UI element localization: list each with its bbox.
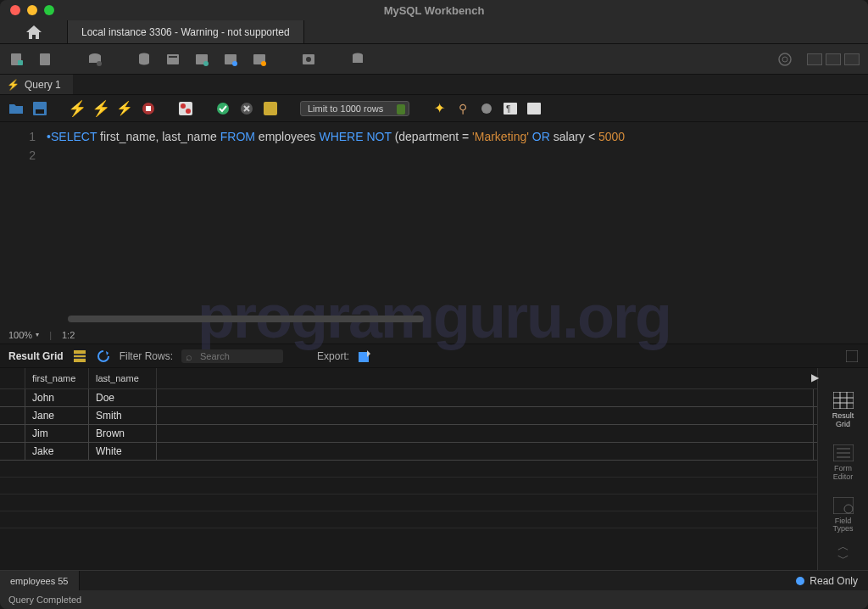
result-grid-view[interactable]: Result Grid bbox=[832, 383, 855, 436]
svg-point-14 bbox=[232, 61, 237, 66]
horizontal-scrollbar[interactable] bbox=[68, 316, 424, 322]
explain-icon[interactable]: ⚡ bbox=[117, 101, 132, 116]
svg-rect-27 bbox=[179, 102, 192, 115]
result-area: first_name last_name John Doe Jane Smith bbox=[0, 368, 868, 570]
commit-icon[interactable] bbox=[215, 101, 231, 116]
server-icon[interactable] bbox=[349, 51, 366, 68]
query-toolbar: ⚡ ⚡ ⚡ Limit to 1000 rows ✦ ⚲ ¶ bbox=[0, 95, 868, 122]
status-text: Query Completed bbox=[8, 595, 81, 605]
save-file-icon[interactable] bbox=[32, 101, 47, 116]
connection-tab-label: Local instance 3306 - Warning - not supp… bbox=[81, 26, 290, 38]
db-icon-3[interactable] bbox=[193, 51, 210, 68]
svg-rect-42 bbox=[833, 392, 854, 409]
svg-rect-2 bbox=[40, 53, 50, 65]
titlebar: MySQL Workbench bbox=[0, 0, 868, 20]
toggle-icon[interactable] bbox=[178, 101, 193, 116]
svg-point-5 bbox=[97, 61, 102, 66]
form-editor-view[interactable]: Form Editor bbox=[832, 436, 855, 489]
zoom-level[interactable]: 100%▾ bbox=[8, 330, 39, 340]
panel-bottom-toggle[interactable] bbox=[826, 53, 841, 65]
execute-icon[interactable]: ⚡ bbox=[70, 101, 85, 116]
field-types-view[interactable]: Field Types bbox=[832, 489, 855, 541]
db-icon-2[interactable] bbox=[164, 51, 181, 68]
beautify-icon[interactable]: ✦ bbox=[431, 101, 447, 116]
result-tab-employees[interactable]: employees 55 bbox=[0, 571, 80, 590]
query-tab-label: Query 1 bbox=[25, 79, 61, 91]
svg-rect-10 bbox=[169, 56, 177, 58]
export-icon[interactable] bbox=[358, 349, 373, 364]
svg-rect-1 bbox=[18, 60, 23, 65]
connection-tab[interactable]: Local instance 3306 - Warning - not supp… bbox=[68, 20, 304, 43]
stop-icon[interactable] bbox=[141, 101, 156, 116]
sql-editor[interactable]: 1 2 SELECT first_name, last_name FROM em… bbox=[0, 122, 868, 326]
table-row[interactable]: John Doe bbox=[0, 389, 817, 407]
svg-point-22 bbox=[782, 57, 787, 62]
column-header-last-name[interactable]: last_name bbox=[89, 368, 157, 388]
svg-point-8 bbox=[139, 60, 149, 64]
svg-rect-26 bbox=[146, 106, 151, 111]
autocommit-icon[interactable] bbox=[263, 101, 278, 116]
code-content: SELECT first_name, last_name FROM employ… bbox=[42, 122, 868, 326]
inspector-icon[interactable] bbox=[86, 51, 103, 68]
table-row[interactable]: Jim Brown bbox=[0, 425, 817, 443]
svg-point-52 bbox=[844, 505, 853, 513]
status-footer: Query Completed bbox=[0, 590, 868, 609]
db-icon-1[interactable] bbox=[136, 51, 153, 68]
home-tab[interactable] bbox=[0, 20, 68, 43]
svg-rect-36 bbox=[527, 103, 541, 115]
db-icon-5[interactable] bbox=[251, 51, 268, 68]
panel-right-toggle[interactable] bbox=[844, 53, 860, 65]
readonly-indicator: Read Only bbox=[786, 571, 868, 590]
svg-rect-32 bbox=[264, 102, 277, 115]
result-grid-label: Result Grid bbox=[8, 350, 64, 362]
grid-view-icon[interactable] bbox=[72, 349, 87, 364]
svg-point-33 bbox=[481, 103, 492, 114]
query-tab-1[interactable]: ⚡ Query 1 bbox=[0, 75, 73, 94]
new-sql-tab-icon[interactable] bbox=[8, 51, 25, 68]
scroll-up-icon[interactable]: ︿ bbox=[837, 540, 849, 552]
table-row[interactable]: Jake White bbox=[0, 443, 817, 461]
result-tabs: employees 55 Read Only bbox=[0, 570, 868, 590]
svg-point-21 bbox=[779, 53, 791, 65]
lightning-icon: ⚡ bbox=[7, 79, 19, 91]
result-grid[interactable]: first_name last_name John Doe Jane Smith bbox=[0, 368, 817, 570]
svg-text:¶: ¶ bbox=[506, 104, 510, 114]
collapse-arrow-icon[interactable]: ▶ bbox=[811, 372, 819, 383]
connection-tabbar: Local instance 3306 - Warning - not supp… bbox=[0, 20, 868, 44]
open-file-icon[interactable] bbox=[8, 101, 24, 116]
svg-rect-39 bbox=[74, 357, 86, 359]
execute-current-icon[interactable]: ⚡ bbox=[93, 101, 108, 116]
svg-rect-38 bbox=[74, 354, 86, 355]
scroll-down-icon[interactable]: ﹀ bbox=[837, 552, 849, 564]
snippet-icon[interactable] bbox=[526, 101, 542, 116]
svg-point-18 bbox=[306, 57, 311, 62]
dashboard-icon[interactable] bbox=[300, 51, 317, 68]
filter-label: Filter Rows: bbox=[120, 350, 173, 362]
wrap-icon[interactable]: ¶ bbox=[503, 101, 518, 116]
table-row[interactable]: Jane Smith bbox=[0, 407, 817, 425]
db-icon-4[interactable] bbox=[222, 51, 239, 68]
find-icon[interactable]: ⚲ bbox=[455, 101, 470, 116]
svg-point-30 bbox=[217, 103, 229, 115]
open-sql-file-icon[interactable] bbox=[37, 51, 54, 68]
filter-rows-input[interactable] bbox=[181, 349, 283, 363]
rollback-icon[interactable] bbox=[239, 101, 254, 116]
svg-rect-24 bbox=[36, 109, 44, 114]
main-toolbar bbox=[0, 44, 868, 75]
svg-rect-9 bbox=[167, 54, 179, 64]
svg-rect-20 bbox=[353, 55, 363, 63]
invisible-chars-icon[interactable] bbox=[479, 101, 494, 116]
wrap-cell-icon[interactable] bbox=[844, 349, 860, 364]
home-icon bbox=[26, 25, 42, 39]
refresh-icon[interactable] bbox=[96, 349, 111, 364]
result-side-panel: ▶ Result Grid Form Editor Field Types ︿ … bbox=[817, 368, 868, 570]
line-gutter: 1 2 bbox=[0, 122, 42, 326]
panel-left-toggle[interactable] bbox=[807, 53, 822, 65]
column-header-first-name[interactable]: first_name bbox=[25, 368, 89, 388]
row-selector-header bbox=[0, 368, 25, 388]
export-label: Export: bbox=[317, 350, 349, 362]
editor-statusbar: 100%▾ | 1:2 bbox=[0, 326, 868, 344]
settings-icon[interactable] bbox=[776, 51, 793, 68]
readonly-dot-icon bbox=[796, 577, 804, 585]
row-limit-select[interactable]: Limit to 1000 rows bbox=[300, 101, 409, 116]
